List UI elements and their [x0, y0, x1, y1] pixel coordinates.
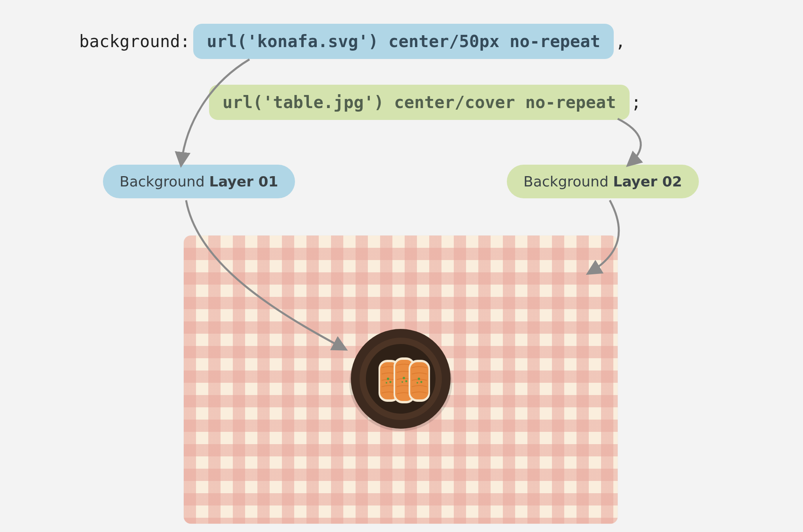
css-property-label: background: [79, 32, 193, 51]
arrow-code2-to-badge2 [618, 119, 641, 164]
plate-layer [345, 323, 456, 436]
svg-point-12 [386, 382, 387, 384]
diagram-canvas: background: url('konafa.svg') center/50p… [0, 0, 803, 532]
svg-point-11 [390, 381, 392, 383]
label-layer-1-bold: Layer 01 [209, 173, 278, 190]
code-pill-layer-1: url('konafa.svg') center/50px no-repeat [193, 24, 614, 59]
label-layer-2: Background Layer 02 [507, 165, 699, 198]
semicolon: ; [631, 93, 641, 112]
background-preview [184, 236, 618, 524]
label-layer-2-bold: Layer 02 [613, 173, 682, 190]
svg-point-17 [421, 381, 422, 383]
code-line-1: background: url('konafa.svg') center/50p… [79, 24, 626, 59]
svg-point-10 [387, 378, 389, 380]
code-line-2: url('table.jpg') center/cover no-repeat … [209, 85, 641, 120]
svg-point-16 [418, 378, 420, 380]
label-layer-1-prefix: Background [120, 173, 209, 190]
svg-point-13 [403, 377, 405, 379]
label-layer-2-prefix: Background [523, 173, 613, 190]
svg-point-15 [402, 381, 403, 383]
konafa-plate-icon [345, 323, 456, 434]
label-layer-1: Background Layer 01 [103, 165, 295, 198]
svg-point-18 [417, 382, 418, 384]
code-pill-layer-2: url('table.jpg') center/cover no-repeat [209, 85, 630, 120]
comma-separator: , [615, 32, 626, 51]
svg-point-14 [405, 380, 407, 382]
